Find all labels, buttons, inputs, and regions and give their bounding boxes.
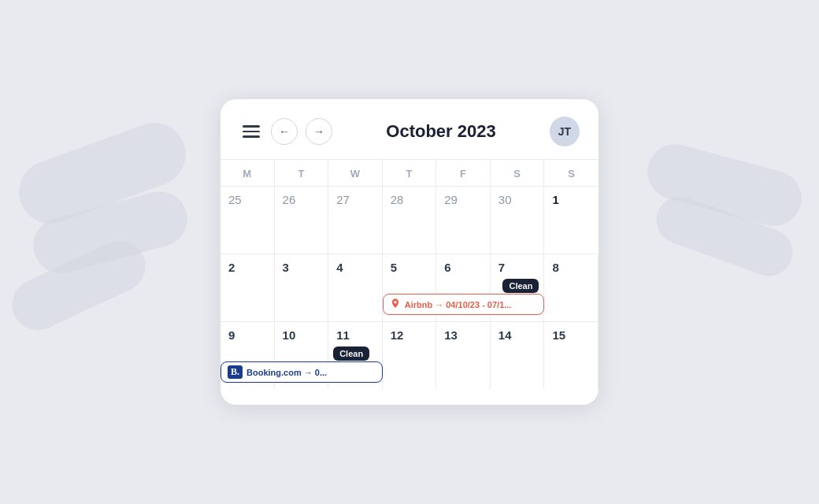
- airbnb-booking-label: Airbnb → 04/10/23 - 07/1...: [405, 300, 512, 309]
- menu-button[interactable]: [239, 122, 263, 141]
- day-header-wed: W: [328, 160, 383, 186]
- day-cell-sep25: 25: [220, 187, 275, 254]
- next-month-button[interactable]: →: [306, 118, 332, 145]
- decoration-brush-2: [27, 185, 193, 279]
- calendar-header: ← → October 2023 JT: [220, 99, 598, 159]
- decoration-brush-4: [641, 138, 807, 232]
- day-cell-sep26: 26: [275, 187, 329, 254]
- day-cell-oct13: 13: [436, 322, 491, 389]
- day-num: 4: [336, 261, 374, 274]
- day-cell-oct12: 12: [383, 322, 437, 389]
- day-num: 2: [228, 261, 266, 274]
- bookingcom-icon: B.: [228, 365, 243, 379]
- day-num: 8: [552, 261, 590, 274]
- day-cell-oct1: 1: [544, 187, 598, 254]
- day-num: 30: [498, 193, 536, 206]
- calendar-grid: M T W T F S S 25 26 27 28 29: [220, 159, 598, 389]
- day-header-mon: M: [220, 160, 275, 186]
- day-cell-oct8: 8: [544, 254, 598, 321]
- day-num: 14: [498, 328, 536, 342]
- day-header-thu: T: [383, 160, 437, 186]
- day-cell-sep27: 27: [328, 187, 383, 254]
- clean-badge-oct7: Clean: [502, 279, 539, 293]
- day-num: 26: [283, 193, 321, 206]
- day-header-tue: T: [275, 160, 329, 186]
- day-cell-oct4: 4: [328, 254, 383, 321]
- day-num: 1: [552, 193, 591, 206]
- decoration-brush-3: [4, 232, 154, 339]
- day-headers-row: M T W T F S S: [220, 160, 598, 187]
- airbnb-icon: [390, 298, 401, 311]
- clean-badge-oct11: Clean: [333, 346, 369, 361]
- day-num: 25: [228, 193, 266, 206]
- day-num: 11: [336, 328, 374, 342]
- day-num: 15: [552, 328, 590, 342]
- day-num: 12: [391, 328, 428, 342]
- week-row-1: 25 26 27 28 29 30 1: [220, 187, 598, 254]
- day-cell-sep29: 29: [436, 187, 491, 254]
- day-cell-oct15: 15: [544, 322, 598, 389]
- clean-badge-oct11-wrapper: Clean: [333, 345, 369, 361]
- day-num: 6: [444, 261, 482, 274]
- day-cell-oct3: 3: [275, 254, 329, 321]
- airbnb-booking-bar[interactable]: Airbnb → 04/10/23 - 07/1...: [383, 294, 545, 315]
- decoration-brush-5: [650, 190, 799, 283]
- day-num: 5: [391, 261, 428, 274]
- day-num: 7: [498, 261, 536, 274]
- day-num: 10: [283, 328, 321, 342]
- avatar[interactable]: JT: [550, 117, 580, 146]
- calendar-card: ← → October 2023 JT M T W T F S S 25 26 …: [220, 99, 598, 405]
- day-cell-oct2: 2: [220, 254, 275, 321]
- day-num: 29: [444, 193, 482, 206]
- day-num: 3: [283, 261, 321, 274]
- day-header-sun: S: [544, 160, 598, 186]
- day-num: 9: [228, 328, 266, 342]
- bookingcom-booking-label: Booking.com → 0...: [246, 368, 327, 377]
- day-num: 28: [391, 193, 428, 206]
- day-cell-oct14: 14: [491, 322, 545, 389]
- decoration-brush-1: [10, 114, 195, 232]
- day-header-fri: F: [436, 160, 491, 186]
- bookingcom-booking-bar[interactable]: B. Booking.com → 0...: [220, 361, 383, 383]
- month-title: October 2023: [340, 121, 542, 142]
- week-row-2: 2 3 4 5 6 7 Clean 8: [220, 254, 598, 322]
- week-row-3: 9 10 11 12 13 14 15 Clean: [220, 322, 598, 389]
- day-num: 13: [444, 328, 482, 342]
- prev-month-button[interactable]: ←: [271, 118, 298, 145]
- day-num: 27: [336, 193, 374, 206]
- day-cell-sep28: 28: [383, 187, 437, 254]
- day-header-sat: S: [491, 160, 545, 186]
- day-cell-sep30: 30: [491, 187, 545, 254]
